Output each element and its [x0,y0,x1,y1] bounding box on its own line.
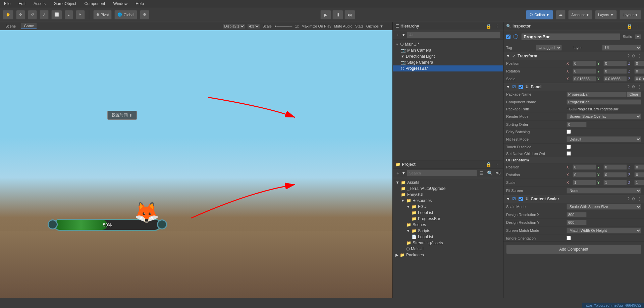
sc-y-input[interactable] [603,76,627,82]
proj-scripts[interactable]: ▼ 📁 Scripts [393,228,503,234]
ui-panel-gear[interactable]: ⚙ [632,85,635,89]
aspect-select[interactable]: 4:3 [248,24,260,29]
component-name-input[interactable] [567,99,641,105]
sc-x-input[interactable] [573,76,596,82]
ui-sc-y-input[interactable] [603,180,627,185]
transform-header[interactable]: ▼ ⤢ Transform ? ⚙ ⋮ [503,52,644,60]
pause-btn[interactable]: ⏸ [332,10,343,19]
proj-scenes[interactable]: 📁 Scenes [393,222,503,228]
project-view-btn[interactable]: ☰ [478,170,485,176]
object-name-input[interactable] [521,33,620,40]
menu-window[interactable]: Window [112,1,129,6]
transform-question[interactable]: ? [627,54,630,58]
proj-terrain[interactable]: 📁 _TerrainAutoUpgrade [393,186,503,192]
ui-panel-checkbox[interactable] [519,85,523,89]
proj-assets[interactable]: ▼ 📁 Assets [393,179,503,186]
fairy-batching-checkbox[interactable] [567,130,571,134]
rot-x-input[interactable] [573,68,596,74]
tree-item-main-camera[interactable]: 📷 Main Camera [393,47,503,53]
project-filter-btn[interactable]: 🔍 [486,170,494,176]
menu-component[interactable]: Component [83,1,106,6]
proj-fgui[interactable]: ▼ 📁 FGUI [393,204,503,210]
global-btn[interactable]: 🌐 Global [114,10,137,19]
ui-panel-more[interactable]: ⋮ [637,85,641,89]
scale-tool[interactable]: ⤢ [40,10,49,19]
account-btn[interactable]: Account ▼ [568,10,592,19]
ui-pos-z-input[interactable] [634,164,644,170]
menu-gameobject[interactable]: GameObject [52,1,77,6]
content-scaler-more[interactable]: ⋮ [637,197,641,201]
ui-sc-z-input[interactable] [634,180,644,185]
mute-audio[interactable]: Mute Audio [334,24,353,28]
ignore-orient-checkbox[interactable] [567,236,571,240]
hit-test-select[interactable]: Default [567,136,641,142]
design-res-x-input[interactable] [567,212,587,217]
tag-select[interactable]: Untagged [536,45,562,51]
rot-z-input[interactable] [634,68,644,74]
project-more-btn[interactable]: ⋮ [494,162,500,167]
layer-select[interactable]: UI [602,45,641,51]
add-component-button[interactable]: Add Component [506,245,641,254]
inspector-more-btn[interactable]: ⋮ [635,23,641,29]
proj-packages[interactable]: ▶ 📁 Packages [393,252,503,258]
proj-progressbar-folder[interactable]: 📁 ProgressBar [393,216,503,222]
menu-file[interactable]: File [3,1,12,6]
transform-tool[interactable]: ⬧ [65,10,73,19]
display-select[interactable]: Display 1 [223,24,245,29]
content-scaler-header[interactable]: ▼ ☑ UI Content Scaler ? ⚙ ⋮ [503,195,644,203]
screen-match-select[interactable]: Match Width Or Height [567,227,641,234]
play-btn[interactable]: ▶ [320,10,331,19]
ui-pos-x-input[interactable] [573,164,596,170]
pos-z-input[interactable] [634,61,644,66]
menu-assets[interactable]: Assets [32,1,47,6]
inspector-lock-btn[interactable]: 🔒 [626,23,633,29]
sc-z-input[interactable] [634,76,644,82]
ui-panel-question[interactable]: ? [627,85,630,89]
hierarchy-more-btn[interactable]: ⋮ [494,23,500,29]
design-res-y-input[interactable] [567,220,587,225]
ui-rot-x-input[interactable] [573,172,596,177]
ui-panel-header[interactable]: ▼ ☑ UI Panel ? ⚙ ⋮ [503,83,644,91]
project-lock-btn[interactable]: 🔒 [485,162,492,167]
package-name-input[interactable] [567,92,627,97]
ui-pos-y-input[interactable] [603,164,627,170]
custom-tool[interactable]: ✂ [76,10,85,19]
proj-looplist-cs[interactable]: 📄 LoopList [393,234,503,240]
static-dropdown[interactable]: ▼ [635,34,641,39]
fit-screen-select[interactable]: None [567,188,641,194]
ui-rot-y-input[interactable] [603,172,627,177]
tab-game[interactable]: Game [21,23,37,29]
proj-streaming[interactable]: 📁 StreamingAssets [393,240,503,246]
ui-sc-x-input[interactable] [573,180,596,185]
render-mode-select[interactable]: Screen Space Overlay [567,113,641,119]
pos-y-input[interactable] [603,61,627,66]
menu-help[interactable]: Help [134,1,145,6]
project-add-btn[interactable]: + [395,170,400,176]
content-scaler-gear[interactable]: ⚙ [632,197,635,201]
proj-looplist[interactable]: 📁 LoopList [393,210,503,216]
tree-item-stage-camera[interactable]: 📷 Stage Camera [393,59,503,65]
hierarchy-search[interactable] [407,32,500,38]
proj-mainui-file[interactable]: ⬡ MainUI [393,246,503,252]
tree-item-dir-light[interactable]: ☀ Directional Light [393,53,503,59]
stats-btn[interactable]: Stats [355,24,364,28]
transform-gear[interactable]: ⚙ [632,54,635,58]
tree-item-mainui[interactable]: ▼ ⬡ MainUI* [393,41,503,47]
clear-button[interactable]: Clear [627,92,641,97]
scale-slider[interactable]: ●────── [274,24,292,28]
rotate-tool[interactable]: ↺ [28,10,37,19]
layout-btn[interactable]: Layout ▼ [620,10,641,19]
ui-rot-z-input[interactable] [634,172,644,177]
object-active-checkbox[interactable] [506,35,511,39]
custom-tool-2[interactable]: ⚙ [140,10,149,19]
collab-btn[interactable]: ⬡ Collab ▼ [526,10,553,19]
set-native-checkbox[interactable] [567,151,571,156]
rot-y-input[interactable] [603,68,627,74]
proj-fairygui[interactable]: 📁 FairyGUI [393,192,503,198]
tree-item-progressbar[interactable]: ⬡ ProgressBar [393,65,503,71]
touch-disabled-checkbox[interactable] [567,145,571,149]
cloud-btn[interactable]: ☁ [556,10,566,19]
hierarchy-add-btn[interactable]: + [395,32,400,38]
move-tool[interactable]: ✛ [16,10,25,19]
maximize-on-play[interactable]: Maximize On Play [302,24,331,28]
